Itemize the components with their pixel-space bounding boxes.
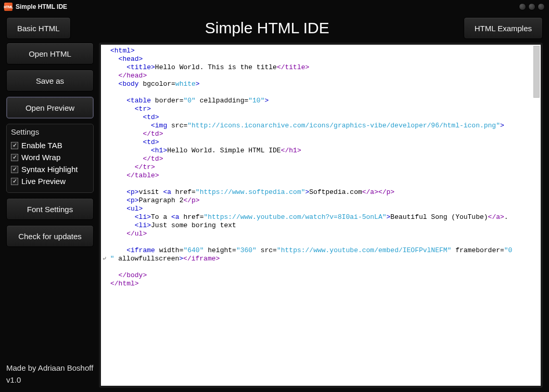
minimize-button[interactable] <box>519 3 526 10</box>
window-title: Simple HTML IDE <box>16 3 67 10</box>
sidebar: Open HTML Save as Open Preview Settings … <box>6 43 99 388</box>
settings-title: Settings <box>11 127 89 136</box>
checkbox-label: Live Preview <box>21 177 66 186</box>
save-as-button[interactable]: Save as <box>6 70 94 92</box>
close-button[interactable] <box>538 3 545 10</box>
checkbox-label: Syntax Highlight <box>21 165 78 174</box>
app-icon: HTML <box>4 3 12 11</box>
code-editor[interactable]: <html> <head> <title>Hello World. This i… <box>101 45 541 386</box>
live-preview-checkbox[interactable]: ✓ Live Preview <box>11 175 89 187</box>
credits: Made by Adriaan Boshoff v1.0 <box>6 362 94 388</box>
checkbox-icon: ✓ <box>11 154 18 161</box>
window-titlebar: HTML Simple HTML IDE <box>0 0 549 14</box>
font-settings-button[interactable]: Font Settings <box>6 198 94 220</box>
checkbox-label: Word Wrap <box>21 153 60 162</box>
checkbox-label: Enable TAB <box>21 141 62 150</box>
credit-author: Made by Adriaan Boshoff <box>6 362 94 374</box>
maximize-button[interactable] <box>528 3 535 10</box>
header-row: Basic HTML Simple HTML IDE HTML Examples <box>0 14 549 43</box>
open-html-button[interactable]: Open HTML <box>6 43 94 64</box>
vertical-scrollbar[interactable] <box>533 46 540 98</box>
credit-version: v1.0 <box>6 374 94 386</box>
enable-tab-checkbox[interactable]: ✓ Enable TAB <box>11 139 89 151</box>
checkbox-icon: ✓ <box>11 178 18 185</box>
window-controls <box>519 3 545 10</box>
checkbox-icon: ✓ <box>11 166 18 173</box>
html-examples-button[interactable]: HTML Examples <box>464 17 543 39</box>
checkbox-icon: ✓ <box>11 142 18 149</box>
settings-group: Settings ✓ Enable TAB ✓ Word Wrap ✓ Synt… <box>6 124 94 193</box>
basic-html-button[interactable]: Basic HTML <box>6 17 71 39</box>
syntax-highlight-checkbox[interactable]: ✓ Syntax Highlight <box>11 163 89 175</box>
check-updates-button[interactable]: Check for updates <box>6 225 94 247</box>
app-title: Simple HTML IDE <box>71 19 464 37</box>
word-wrap-checkbox[interactable]: ✓ Word Wrap <box>11 151 89 163</box>
open-preview-button[interactable]: Open Preview <box>6 97 94 119</box>
editor-container: <html> <head> <title>Hello World. This i… <box>99 43 543 388</box>
